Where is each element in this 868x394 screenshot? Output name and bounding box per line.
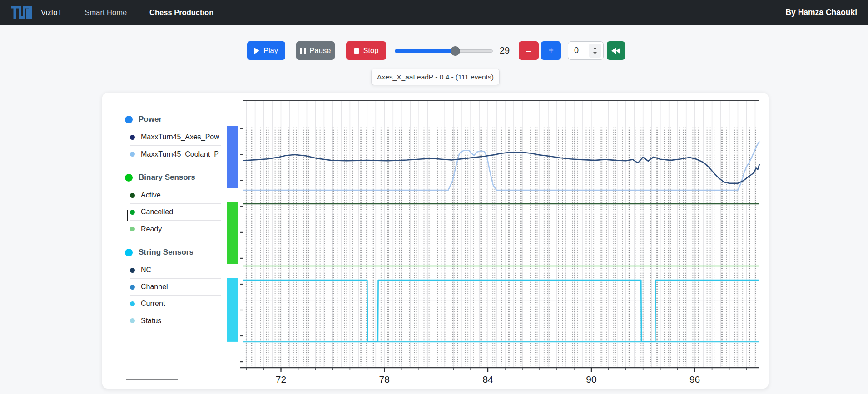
- spin-up-icon[interactable]: [593, 47, 597, 49]
- nav-link-smart-home[interactable]: Smart Home: [84, 8, 127, 17]
- byline: By Hamza Chaouki: [785, 8, 857, 17]
- legend-item-cancelled[interactable]: Cancelled: [130, 204, 221, 221]
- pause-icon: [300, 48, 306, 54]
- text-caret: [127, 210, 128, 221]
- group-bar-binary-sensors: [227, 202, 238, 264]
- series-coolant: [243, 141, 759, 190]
- stop-button[interactable]: Stop: [346, 41, 386, 60]
- chart-card: PowerMaxxTurn45_Axes_PowMaxxTurn45_Coola…: [102, 93, 769, 389]
- legend-group-binary-sensors[interactable]: Binary Sensors: [125, 168, 223, 187]
- legend-item-status[interactable]: Status: [130, 312, 221, 329]
- legend-item-active[interactable]: Active: [130, 187, 221, 204]
- play-icon: [254, 48, 259, 54]
- legend-item-dot: [130, 210, 135, 215]
- x-axis-label: 72: [276, 374, 286, 384]
- legend-group-string-sensors[interactable]: String Sensors: [125, 243, 223, 262]
- frame-counter: 29: [500, 45, 510, 56]
- legend-group-power[interactable]: Power: [125, 110, 223, 129]
- timeline-slider[interactable]: [395, 47, 493, 55]
- x-axis-label: 90: [586, 374, 596, 384]
- legend-group-dot: [125, 249, 133, 256]
- group-bar-string-sensors: [227, 278, 238, 342]
- tum-logo-icon: [11, 6, 32, 19]
- decrement-button[interactable]: –: [519, 41, 539, 60]
- chart-area[interactable]: 7278849096: [225, 95, 769, 386]
- slider-fill: [395, 49, 455, 53]
- legend-column: PowerMaxxTurn45_Axes_PowMaxxTurn45_Coola…: [102, 93, 223, 389]
- legend-item-current[interactable]: Current: [130, 296, 221, 312]
- legend-item-channel[interactable]: Channel: [130, 279, 221, 296]
- x-axis-label: 84: [482, 374, 493, 384]
- stop-icon: [354, 48, 359, 54]
- rewind-button[interactable]: [607, 41, 625, 60]
- legend-item-nc[interactable]: NC: [130, 262, 221, 279]
- slider-thumb[interactable]: [451, 46, 460, 56]
- series-axes-power: [243, 153, 759, 183]
- legend-item-dot: [130, 227, 135, 231]
- legend-item-dot: [130, 152, 135, 157]
- play-button[interactable]: Play: [247, 41, 285, 60]
- brand-name: VizIoT: [41, 8, 62, 17]
- navbar: VizIoT Smart Home Chess Production By Ha…: [0, 0, 868, 25]
- group-bar-power: [227, 126, 238, 188]
- legend-item-dot: [130, 193, 135, 198]
- legend-item-dot: [130, 135, 135, 140]
- x-axis-label: 78: [379, 374, 390, 384]
- legend-item-dot: [130, 318, 135, 323]
- brand[interactable]: VizIoT: [11, 6, 62, 19]
- nav-link-chess-production[interactable]: Chess Production: [149, 8, 213, 17]
- page: VizIoT Smart Home Chess Production By Ha…: [0, 0, 868, 394]
- legend-group-dot: [125, 174, 133, 182]
- legend-group-dot: [125, 116, 133, 123]
- rewind-icon: [611, 48, 620, 54]
- pause-button[interactable]: Pause: [296, 41, 335, 60]
- legend-item-ready[interactable]: Ready: [130, 221, 221, 237]
- series-current: [243, 280, 759, 341]
- input-spinner[interactable]: [589, 44, 601, 58]
- legend-item-maxxturn45-axes-pow[interactable]: MaxxTurn45_Axes_Pow: [130, 129, 221, 146]
- spin-down-icon[interactable]: [593, 52, 597, 54]
- legend-item-maxxturn45-coolant-p[interactable]: MaxxTurn45_Coolant_P: [130, 146, 221, 163]
- x-axis-label: 96: [689, 374, 700, 384]
- event-lines: [246, 128, 755, 366]
- legend-bottom-rule: [126, 379, 178, 380]
- legend-item-dot: [130, 301, 135, 306]
- increment-button[interactable]: +: [541, 41, 561, 60]
- chart-svg: 7278849096: [225, 95, 769, 386]
- legend-item-dot: [130, 285, 135, 290]
- legend-item-dot: [130, 268, 135, 273]
- legend-groups: PowerMaxxTurn45_Axes_PowMaxxTurn45_Coola…: [125, 110, 223, 329]
- event-tooltip: Axes_X_aaLeadP - 0.4 - (111 events): [371, 69, 500, 85]
